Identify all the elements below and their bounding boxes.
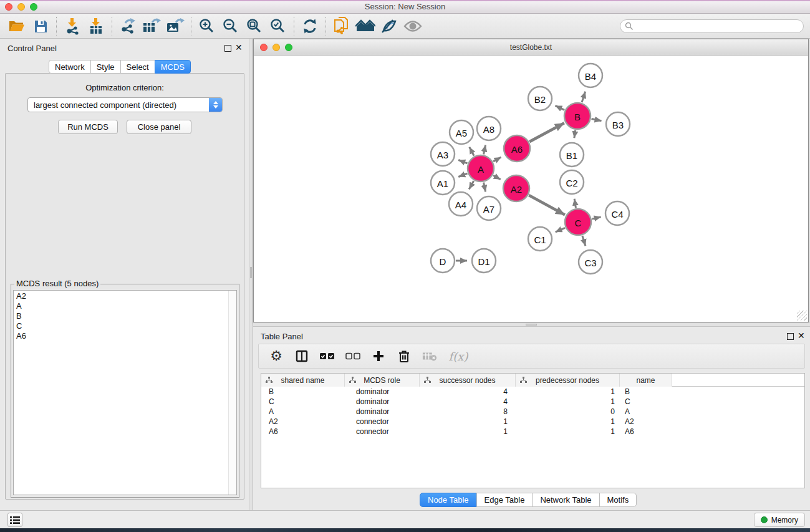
table-cell[interactable]: 1 xyxy=(516,387,620,397)
table-row[interactable]: Bdominator41B xyxy=(261,387,804,397)
criterion-dropdown[interactable]: largest connected component (directed) xyxy=(27,97,223,112)
table-cell[interactable]: A6 xyxy=(620,427,672,437)
splitter-handle[interactable] xyxy=(526,324,537,326)
mcds-result-item[interactable]: C xyxy=(14,321,236,331)
table-cell[interactable]: 0 xyxy=(516,407,620,417)
table-cell[interactable]: 1 xyxy=(516,417,620,427)
search-field[interactable] xyxy=(620,19,804,33)
toggle-graphics-details-icon[interactable] xyxy=(377,16,401,36)
ndex-home-icon[interactable] xyxy=(354,16,377,36)
show-column-panel-icon[interactable] xyxy=(294,349,309,364)
edge-C-C3[interactable] xyxy=(582,236,586,246)
column-header-MCDS-role[interactable]: MCDS role xyxy=(345,374,420,387)
import-table-icon[interactable] xyxy=(84,16,108,36)
edge-B-B3[interactable] xyxy=(592,119,602,121)
edge-A-A3[interactable] xyxy=(458,160,467,163)
horizontal-splitter[interactable] xyxy=(253,322,810,327)
edge-B-B2[interactable] xyxy=(555,105,564,110)
tab-edge-table[interactable]: Edge Table xyxy=(476,493,533,507)
clone-network-icon[interactable] xyxy=(330,16,354,36)
network-graph[interactable]: B4B2BB3A5A8A6A3B1AA1C2A2A4A7C4CC1DD1C3 xyxy=(254,56,808,322)
save-session-icon[interactable] xyxy=(29,16,52,36)
edge-B-B1[interactable] xyxy=(574,130,576,138)
edge-A-A4[interactable] xyxy=(469,181,474,189)
mcds-result-list[interactable]: A2ABCA6 xyxy=(13,290,237,495)
table-cell[interactable]: connector xyxy=(345,417,420,427)
edge-A-A8[interactable] xyxy=(484,145,486,154)
table-row[interactable]: Cdominator41C xyxy=(261,397,804,407)
float-panel-icon[interactable] xyxy=(787,333,794,340)
table-row[interactable]: A6connector11A6 xyxy=(261,427,804,437)
table-settings-gear-icon[interactable]: ⚙ xyxy=(269,349,284,364)
tab-network-table[interactable]: Network Table xyxy=(532,493,599,507)
show-hide-eye-icon[interactable] xyxy=(401,16,425,36)
memory-button[interactable]: Memory xyxy=(754,513,805,527)
table-cell[interactable]: dominator xyxy=(345,387,420,397)
table-cell[interactable]: 4 xyxy=(420,397,516,407)
edge-C-C2[interactable] xyxy=(574,199,576,208)
table-cell[interactable]: C xyxy=(261,397,345,407)
edge-A-A2[interactable] xyxy=(493,175,501,180)
close-panel-icon[interactable]: ✕ xyxy=(235,42,243,52)
column-header-predecessor-nodes[interactable]: predecessor nodes xyxy=(516,374,620,387)
table-cell[interactable]: A2 xyxy=(620,417,672,427)
edge-A-A5[interactable] xyxy=(470,147,474,156)
zoom-out-icon[interactable] xyxy=(219,16,243,36)
mcds-result-item[interactable]: A6 xyxy=(14,331,236,341)
table-cell[interactable]: 8 xyxy=(420,407,516,417)
edge-C-C1[interactable] xyxy=(556,228,565,232)
mcds-result-item[interactable]: A xyxy=(14,301,236,311)
mcds-result-item[interactable]: B xyxy=(14,311,236,321)
table-cell[interactable]: 1 xyxy=(516,427,620,437)
import-network-icon[interactable] xyxy=(60,16,84,36)
edge-A6-B[interactable] xyxy=(529,123,564,142)
tab-style[interactable]: Style xyxy=(90,60,121,74)
table-cell[interactable]: dominator xyxy=(345,407,420,417)
zoom-in-icon[interactable] xyxy=(195,16,219,36)
edge-C-C4[interactable] xyxy=(592,217,600,219)
delete-table-icon[interactable] xyxy=(422,349,437,364)
edge-B-B4[interactable] xyxy=(582,92,586,102)
edge-A2-C[interactable] xyxy=(529,195,565,215)
table-cell[interactable]: B xyxy=(261,387,345,397)
network-canvas[interactable]: B4B2BB3A5A8A6A3B1AA1C2A2A4A7C4CC1DD1C3 xyxy=(254,56,808,322)
tab-network[interactable]: Network xyxy=(49,60,91,74)
table-cell[interactable]: A6 xyxy=(261,427,345,437)
table-row[interactable]: Adominator80A xyxy=(261,407,804,417)
table-cell[interactable]: dominator xyxy=(345,397,420,407)
column-header-successor-nodes[interactable]: successor nodes xyxy=(420,374,516,387)
table-cell[interactable]: C xyxy=(620,397,672,407)
tab-motifs[interactable]: Motifs xyxy=(599,493,637,507)
export-image-icon[interactable] xyxy=(163,16,187,36)
close-panel-icon[interactable]: ✕ xyxy=(798,331,805,341)
zoom-selected-icon[interactable] xyxy=(266,16,290,36)
function-builder-icon[interactable]: f(x) xyxy=(448,349,469,364)
search-input[interactable] xyxy=(634,21,803,32)
export-network-icon[interactable] xyxy=(116,16,140,36)
tab-select[interactable]: Select xyxy=(120,60,155,74)
edge-A-A1[interactable] xyxy=(458,173,467,177)
task-history-button[interactable] xyxy=(7,513,22,527)
vertical-splitter[interactable] xyxy=(249,39,253,510)
edge-A-A7[interactable] xyxy=(484,183,486,192)
float-panel-icon[interactable] xyxy=(224,45,231,52)
refresh-icon[interactable] xyxy=(298,16,322,36)
column-header-shared-name[interactable]: shared name xyxy=(261,374,345,387)
window-resize-grip[interactable] xyxy=(797,311,807,321)
table-cell[interactable]: 1 xyxy=(516,397,620,407)
table-cell[interactable]: A xyxy=(620,407,672,417)
table-cell[interactable]: A2 xyxy=(261,417,345,427)
table-cell[interactable]: connector xyxy=(345,427,420,437)
add-column-icon[interactable] xyxy=(371,349,386,364)
splitter-handle[interactable] xyxy=(250,267,252,278)
list-scrollbar[interactable] xyxy=(228,291,236,495)
table-cell[interactable]: 1 xyxy=(420,427,516,437)
select-all-columns-icon[interactable] xyxy=(320,349,335,364)
edge-A-A6[interactable] xyxy=(493,157,501,162)
zoom-fit-icon[interactable] xyxy=(243,16,266,36)
table-cell[interactable]: 4 xyxy=(420,387,516,397)
table-cell[interactable]: A xyxy=(261,407,345,417)
tab-node-table[interactable]: Node Table xyxy=(420,493,477,507)
table-cell[interactable]: 1 xyxy=(420,417,516,427)
export-table-icon[interactable] xyxy=(140,16,163,36)
